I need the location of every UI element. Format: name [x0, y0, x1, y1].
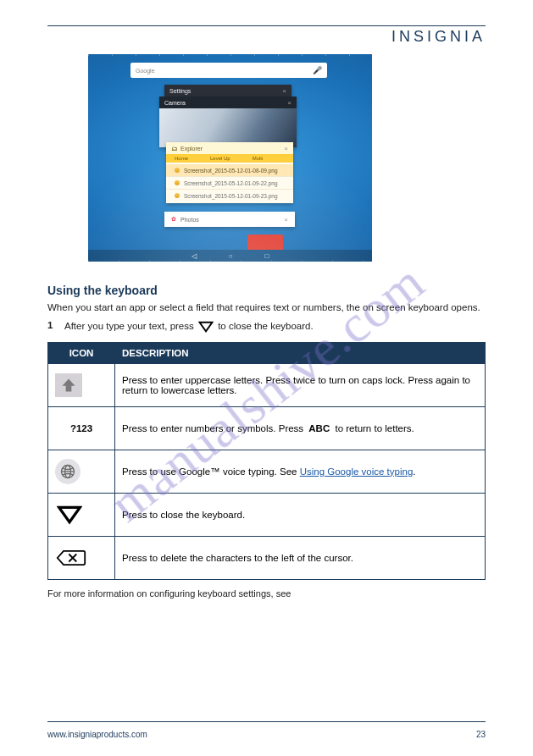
- window-camera-title: Camera: [164, 100, 186, 106]
- search-placeholder: Google: [136, 68, 155, 74]
- close-icon: ×: [284, 145, 288, 152]
- table-cell-desc: Press to use Google™ voice typing. See U…: [115, 450, 486, 493]
- table-row: Press to use Google™ voice typing. See U…: [48, 450, 486, 493]
- table-row: Press to enter uppercase letters. Press …: [48, 363, 486, 406]
- bottom-rule: [47, 721, 486, 722]
- table-row: ?123 Press to enter numbers or symbols. …: [48, 406, 486, 450]
- step-text: After you type your text, press: [64, 321, 194, 331]
- table-cell-desc: Press to enter numbers or symbols. Press…: [115, 406, 486, 450]
- background-app-peek: [247, 235, 283, 250]
- numbers-key-label: ?123: [70, 423, 92, 433]
- step-tail: to close the keyboard.: [218, 321, 314, 331]
- shift-icon: [55, 373, 82, 397]
- step-number: 1: [47, 320, 58, 334]
- table-cell-desc: Press to close the keyboard.: [115, 493, 486, 536]
- table-cell-desc: Press to delete the characters to the le…: [115, 536, 486, 579]
- table-row: Press to delete the characters to the le…: [48, 536, 486, 579]
- hide-keyboard-icon: [55, 503, 84, 527]
- mic-icon: 🎤: [313, 66, 322, 74]
- close-icon: ×: [282, 87, 286, 95]
- explorer-row: Screenshot_2015-05-12-01-08-09.png: [166, 164, 293, 176]
- window-explorer: 🗂 Explorer × Home Level Up Multi Screens…: [166, 142, 293, 203]
- explorer-tab: Multi: [253, 156, 264, 161]
- step-1: 1 After you type your text, press to clo…: [47, 320, 486, 334]
- pinwheel-icon: ✿: [171, 216, 176, 223]
- globe-icon: [55, 459, 81, 484]
- tablet-screenshot: Google 🎤 Settings × Camera × 🗂 Explorer …: [88, 54, 372, 262]
- explorer-tab: Level Up: [210, 156, 230, 161]
- table-header-icon: ICON: [48, 342, 115, 363]
- android-navbar: ◁ ○ □: [88, 250, 372, 262]
- explorer-row: Screenshot_2015-05-12-01-09-23.png: [166, 189, 293, 201]
- more-info-text: For more information on configuring keyb…: [47, 588, 486, 599]
- window-settings-title: Settings: [169, 88, 191, 94]
- window-settings: Settings ×: [164, 85, 291, 97]
- table-cell-desc: Press to enter uppercase letters. Press …: [115, 363, 486, 406]
- close-icon: ×: [287, 99, 291, 107]
- top-rule: [47, 25, 486, 26]
- voice-typing-link[interactable]: Using Google voice typing: [300, 466, 414, 477]
- brand-logo: INSIGNIA: [47, 28, 486, 46]
- explorer-row: Screenshot_2015-05-12-01-09-22.png: [166, 176, 293, 189]
- nav-recent-icon: □: [265, 252, 269, 260]
- nav-back-icon: ◁: [192, 252, 197, 260]
- backspace-icon: [55, 549, 87, 567]
- window-photos-title: Photos: [180, 217, 199, 223]
- explorer-tab: Home: [175, 156, 188, 161]
- table-row: Press to close the keyboard.: [48, 493, 486, 536]
- table-header-desc: DESCRIPTION: [115, 342, 486, 363]
- explorer-tabs: Home Level Up Multi: [166, 154, 293, 163]
- nav-home-icon: ○: [229, 252, 233, 260]
- section-heading: Using the keyboard: [47, 284, 486, 297]
- google-search-bar: Google 🎤: [130, 63, 327, 78]
- intro-paragraph: When you start an app or select a field …: [47, 301, 486, 315]
- hide-keyboard-icon: [197, 320, 215, 334]
- window-camera: Camera ×: [159, 97, 297, 147]
- footer-url: www.insigniaproducts.com: [47, 730, 147, 739]
- page-number: 23: [476, 730, 486, 739]
- keyboard-icon-table: ICON DESCRIPTION Press to enter uppercas…: [47, 342, 486, 580]
- window-explorer-title: Explorer: [180, 146, 203, 152]
- folder-icon: 🗂: [171, 146, 177, 152]
- window-photos: ✿ Photos ×: [164, 212, 295, 227]
- close-icon: ×: [284, 216, 288, 223]
